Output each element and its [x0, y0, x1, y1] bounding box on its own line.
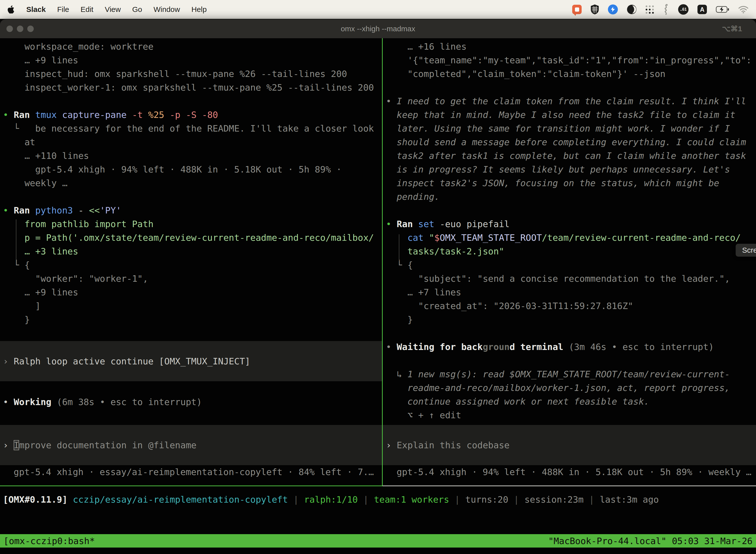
terminal-line: pending. [386, 190, 756, 204]
terminal-line: later. Using the same for transition mig… [386, 122, 756, 135]
text-segment: | [508, 494, 524, 505]
pane-border-inactive [382, 486, 756, 486]
prompt-input-right[interactable]: › Explain this codebase [383, 425, 756, 465]
text-segment: '{"team_name":"my-team","task_id":"1","f… [386, 55, 752, 65]
text-segment: "worker": "worker-1", [3, 274, 148, 284]
text-segment: (3m 46s • esc to interrupt) [569, 342, 714, 352]
text-segment: tasks/task-2.json" [386, 246, 504, 257]
close-button[interactable] [6, 25, 13, 32]
app-grid-icon[interactable] [646, 3, 654, 16]
text-segment: turns:20 [465, 494, 508, 505]
tmux-session-window[interactable]: [omx-cczip0:bash* [3, 536, 95, 546]
terminal-line [3, 94, 381, 108]
text-segment: (6m 38s • esc to interrupt) [57, 397, 202, 407]
minimize-button[interactable] [17, 25, 23, 32]
dial-badge-label: ..61 [680, 7, 687, 12]
battery-icon[interactable] [716, 3, 729, 16]
terminal-line: inspect_hud: omx sparkshell --tmux-pane … [3, 67, 381, 81]
text-segment: weekly … [3, 178, 67, 188]
menu-item-edit[interactable]: Edit [81, 5, 93, 14]
chat-app-icon[interactable] [572, 3, 582, 16]
text-segment: • [386, 219, 397, 229]
terminal-line: … +16 lines [386, 40, 756, 53]
text-segment: 1 new msg(s): read $OMX_TEAM_STATE_ROOT/… [407, 369, 730, 379]
text-segment: should send a message before completing … [386, 137, 746, 147]
tmux-status-bar: [omx-cczip0:bash* "MacBook-Pro-44.local"… [0, 534, 756, 548]
shield-icon[interactable] [590, 3, 599, 16]
model-status-left: gpt-5.4 xhigh · essay/ai-reimplementatio… [14, 465, 374, 479]
input-placeholder: mprove documentation in @filename [19, 440, 196, 450]
text-segment: | [449, 494, 465, 505]
dial-badge-icon[interactable]: ..61 [678, 4, 689, 15]
menu-item-view[interactable]: View [105, 5, 121, 14]
ralph-loop-text: › Ralph loop active continue [OMX_TMUX_I… [3, 354, 250, 368]
text-segment: [OMX#0.11.9] [3, 494, 73, 505]
dragon-icon[interactable] [663, 3, 669, 16]
text-segment: • [386, 342, 397, 352]
text-segment: at [3, 137, 35, 147]
omx-status-line: [OMX#0.11.9] cczip/essay/ai-reimplementa… [3, 493, 659, 506]
text-segment: keep that in mind. Maybe I also need the… [386, 110, 736, 120]
wifi-icon[interactable] [738, 3, 749, 16]
text-segment: $ [434, 233, 440, 243]
terminal-window: omx --xhigh --madmax ⌥⌘1 workspace_mode:… [0, 19, 756, 554]
apple-menu[interactable] [7, 3, 15, 16]
code-block-connector [399, 234, 399, 261]
terminal-line: keep that in mind. Maybe I also need the… [386, 108, 756, 122]
contrast-moon-icon[interactable] [627, 3, 637, 16]
text-segment: cczip/essay/ai-reimplementation-copyleft [73, 494, 288, 505]
terminal-line: … +110 lines [3, 149, 381, 163]
terminal-line: └ be necessary for the end of the README… [3, 122, 381, 135]
terminal-line: "worker": "worker-1", [3, 272, 381, 285]
text-segment: from pathlib import Path [3, 219, 153, 229]
text-segment: capture-pane [62, 110, 132, 120]
prompt-input-left-text: › Improve documentation in @filename [3, 438, 196, 452]
text-segment: last:3m ago [600, 494, 659, 505]
terminal-line: "completed","claim_token":"claim-token"}… [386, 67, 756, 81]
menu-item-help[interactable]: Help [191, 5, 207, 14]
menu-app-name[interactable]: Slack [26, 5, 46, 14]
left-pane: workspace_mode: worktree … +9 lines insp… [3, 40, 381, 326]
text-segment: later. Using the same for transition mig… [386, 123, 730, 133]
text-segment: └ be necessary for the end of the README… [3, 123, 374, 133]
terminal-line [386, 81, 756, 94]
text-segment: task2 after task1 is complete, but can I… [386, 151, 746, 161]
terminal-line: • I need to get the claim token from the… [386, 94, 756, 108]
working-status: • Working (6m 38s • esc to interrupt) [3, 395, 202, 409]
menu-item-window[interactable]: Window [153, 5, 180, 14]
text-segment: └ { [386, 260, 413, 270]
text-segment: cat [386, 233, 429, 243]
text-segment: readme-and-reco/mailbox/worker-1.json, a… [386, 383, 730, 393]
terminal-line: … +9 lines [3, 285, 381, 299]
text-segment: set [418, 219, 440, 229]
text-segment: session:23m [524, 494, 583, 505]
text-segment: • [3, 110, 14, 120]
menu-item-go[interactable]: Go [132, 5, 142, 14]
messenger-icon[interactable] [608, 3, 618, 16]
text-segment: … +9 lines [3, 55, 78, 65]
menu-item-file[interactable]: File [57, 5, 69, 14]
text-segment: Working [14, 397, 57, 407]
text-segment: ↳ [386, 369, 407, 379]
window-shortcut-badge: ⌥⌘1 [722, 19, 742, 38]
terminal-line: weekly … [3, 176, 381, 190]
menu-status-icons: ..61 A [572, 3, 749, 16]
text-segment: • [3, 397, 14, 407]
zoom-button[interactable] [27, 25, 34, 32]
window-titlebar[interactable]: omx --xhigh --madmax ⌥⌘1 [0, 19, 756, 39]
terminal-line: tasks/task-2.json" [386, 244, 756, 258]
input-placeholder: Explain this codebase [397, 440, 509, 450]
text-segment: groun [483, 342, 509, 352]
terminal-content[interactable]: workspace_mode: worktree … +9 lines insp… [0, 38, 756, 554]
apple-icon [7, 5, 15, 14]
text-segment: I need to get the claim token from the c… [397, 96, 746, 106]
pane-divider[interactable] [382, 38, 383, 486]
text-segment: pending. [386, 191, 440, 202]
prompt-input-left[interactable]: › Improve documentation in @filename [0, 425, 382, 465]
text-segment: "subject": "send a concise recommendatio… [386, 274, 730, 284]
input-source-icon[interactable]: A [697, 5, 707, 14]
terminal-line: inspect_worker-1: omx sparkshell --tmux-… [3, 81, 381, 94]
prompt-input-right-text: › Explain this codebase [386, 438, 510, 452]
terminal-line: is in progress? It seems likely but perh… [386, 163, 756, 176]
text-segment: %25 [148, 110, 170, 120]
